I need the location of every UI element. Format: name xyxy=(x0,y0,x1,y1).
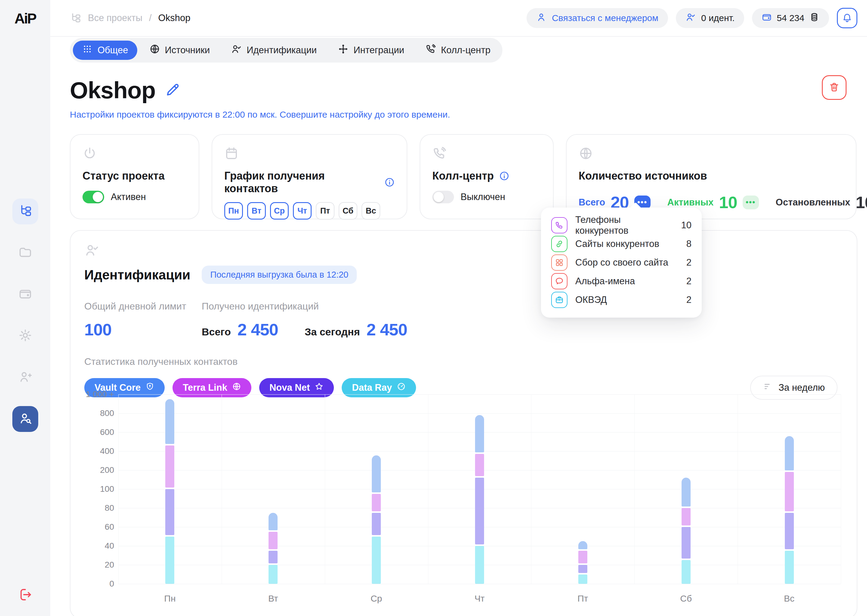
y-axis-label: 80 xyxy=(54,503,114,513)
app-screen: AiP Все проекты / Okshop Связаться с мен… xyxy=(0,0,867,616)
bar-segment-terra-link[interactable] xyxy=(681,508,690,525)
sources-stat-menu-button[interactable]: ••• xyxy=(742,195,759,209)
tab-integrations[interactable]: Интеграции xyxy=(329,41,413,60)
bar-segment-terra-link[interactable] xyxy=(785,472,794,511)
edit-title-button[interactable] xyxy=(165,82,181,99)
period-filter-label: За неделю xyxy=(779,382,825,393)
main-content: ОбщееИсточникиИдентификацииИнтеграцииКол… xyxy=(50,37,867,616)
filter-icon xyxy=(763,381,773,394)
y-axis-label: 200 xyxy=(54,465,114,475)
bar-segment-nova-net[interactable] xyxy=(785,513,794,549)
logout-button[interactable] xyxy=(12,582,38,608)
chat-icon xyxy=(551,273,567,289)
sidebar-item-identification-search[interactable] xyxy=(13,406,38,432)
received-label: Получено идентификаций xyxy=(202,301,407,312)
bar-segment-nova-net[interactable] xyxy=(681,527,690,559)
day-chip-Пн[interactable]: Пн xyxy=(224,202,243,220)
call-center-info-icon[interactable] xyxy=(499,171,509,181)
contact-manager-label: Связаться с менеджером xyxy=(552,13,658,23)
schedule-days: ПнВтСрЧтПтСбВс xyxy=(224,202,395,220)
y-axis-label: 1 000 + xyxy=(54,390,114,399)
bar-segment-vault-core[interactable] xyxy=(578,541,587,549)
bar-segment-nova-net[interactable] xyxy=(578,565,587,573)
bar-segment-data-ray[interactable] xyxy=(785,551,794,584)
bar-segment-vault-core[interactable] xyxy=(785,436,794,471)
source-type-row[interactable]: Альфа-имена2 xyxy=(551,272,692,291)
balance-value: 54 234 xyxy=(777,13,804,23)
balance-pill[interactable]: 54 234 xyxy=(752,8,829,28)
schedule-info-icon[interactable] xyxy=(385,177,395,187)
y-axis-label: 800 xyxy=(54,409,114,418)
sidebar-item-add-user[interactable] xyxy=(13,365,38,390)
tab-call-center[interactable]: Колл-центр xyxy=(416,41,500,60)
bar-segment-data-ray[interactable] xyxy=(372,537,381,584)
bar-segment-terra-link[interactable] xyxy=(372,494,381,511)
bar-segment-terra-link[interactable] xyxy=(475,454,484,476)
user-check-icon xyxy=(84,243,843,258)
summary-cards: Статус проекта Активен График получения … xyxy=(70,134,858,219)
sidebar-item-settings[interactable] xyxy=(13,323,38,349)
call-center-toggle[interactable] xyxy=(432,191,454,203)
user-check-icon xyxy=(686,12,696,24)
y-axis-label: 40 xyxy=(54,541,114,551)
bar-segment-terra-link[interactable] xyxy=(578,551,587,563)
bar-segment-terra-link[interactable] xyxy=(268,532,277,549)
gear-icon xyxy=(18,328,32,344)
total-value: 2 450 xyxy=(238,320,278,339)
tab-sources[interactable]: Источники xyxy=(140,41,219,60)
bar-segment-vault-core[interactable] xyxy=(681,478,690,506)
bar-segment-nova-net[interactable] xyxy=(268,551,277,563)
sources-card-title: Количество источников xyxy=(579,170,707,182)
gridline xyxy=(531,394,531,584)
day-chip-Ср[interactable]: Ср xyxy=(270,202,289,220)
delete-project-button[interactable] xyxy=(822,75,847,100)
user-plus-icon xyxy=(18,370,32,385)
day-chip-Пт[interactable]: Пт xyxy=(316,202,334,220)
tab-general[interactable]: Общее xyxy=(73,41,137,60)
source-type-row[interactable]: Сайты конкурентов8 xyxy=(551,235,692,253)
sidebar-item-projects[interactable] xyxy=(13,198,38,225)
bar-segment-data-ray[interactable] xyxy=(268,565,277,584)
ident-counter-pill[interactable]: 0 идент. xyxy=(676,8,744,28)
notifications-button[interactable] xyxy=(837,8,858,28)
bar-segment-vault-core[interactable] xyxy=(165,399,174,444)
source-type-row[interactable]: Сбор со своего сайта2 xyxy=(551,253,692,272)
identifications-title: Идентификации xyxy=(84,267,190,283)
bar-segment-vault-core[interactable] xyxy=(372,456,381,492)
sources-count-card: Количество источников Всего20•••Активных… xyxy=(566,134,856,219)
bar-segment-nova-net[interactable] xyxy=(165,489,174,535)
sidebar-item-wallet[interactable] xyxy=(13,281,38,307)
bar-segment-vault-core[interactable] xyxy=(475,415,484,453)
folder-icon xyxy=(18,245,32,261)
sidebar-item-folders[interactable] xyxy=(13,240,38,266)
bar-segment-data-ray[interactable] xyxy=(165,537,174,584)
person-icon xyxy=(536,12,546,24)
call-center-state-label: Выключен xyxy=(460,192,505,203)
y-axis-label: 60 xyxy=(54,522,114,532)
sources-stat-gray: Остановленных10••• xyxy=(776,193,867,212)
bar-segment-vault-core[interactable] xyxy=(268,513,277,530)
bell-icon xyxy=(842,13,852,24)
day-chip-Вс[interactable]: Вс xyxy=(361,202,380,220)
call-center-card: Колл-центр Выключен xyxy=(420,134,553,219)
source-type-row[interactable]: Телефоны конкурентов10 xyxy=(551,216,692,235)
breadcrumb-all-projects[interactable]: Все проекты xyxy=(88,13,142,24)
day-chip-Сб[interactable]: Сб xyxy=(339,202,357,220)
ident-counter-value: 0 идент. xyxy=(701,13,735,23)
sidebar: AiP xyxy=(0,0,50,616)
day-chip-Чт[interactable]: Чт xyxy=(293,202,312,220)
contact-manager-button[interactable]: Связаться с менеджером xyxy=(527,8,668,28)
tab-identifications[interactable]: Идентификации xyxy=(222,41,326,60)
project-status-label: Активен xyxy=(111,192,146,203)
project-status-toggle[interactable] xyxy=(82,191,104,203)
tree-icon xyxy=(18,204,32,219)
bar-segment-data-ray[interactable] xyxy=(475,546,484,584)
bar-segment-data-ray[interactable] xyxy=(578,575,587,584)
x-axis-label: Вт xyxy=(255,594,291,603)
source-type-row[interactable]: ОКВЭД2 xyxy=(551,291,692,309)
bar-segment-nova-net[interactable] xyxy=(372,513,381,535)
bar-segment-nova-net[interactable] xyxy=(475,478,484,544)
bar-segment-terra-link[interactable] xyxy=(165,445,174,487)
bar-segment-data-ray[interactable] xyxy=(681,560,690,584)
day-chip-Вт[interactable]: Вт xyxy=(247,202,266,220)
